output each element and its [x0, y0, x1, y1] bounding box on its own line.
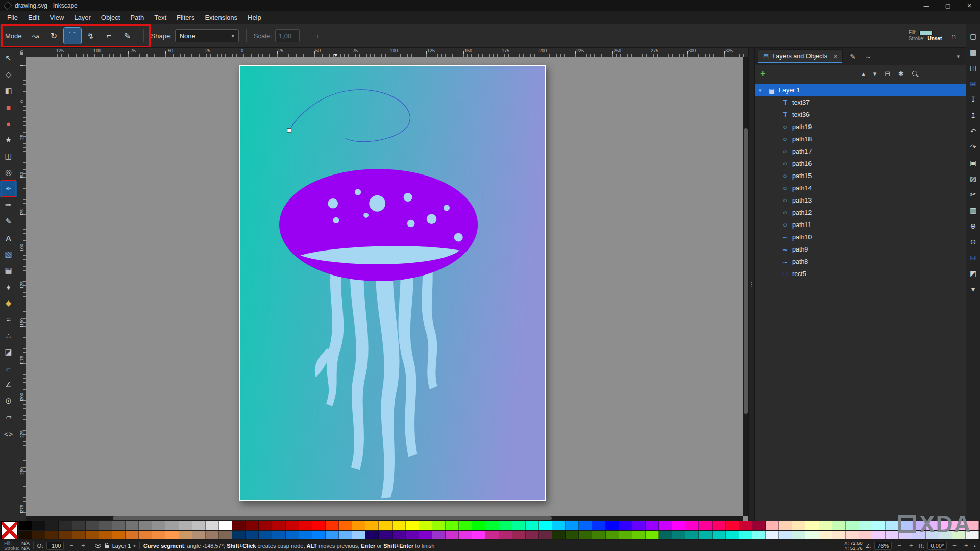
- palette-swatch[interactable]: [72, 521, 86, 530]
- palette-swatch[interactable]: [393, 531, 406, 539]
- mode-pencil-button[interactable]: ✎: [119, 28, 136, 44]
- tool-3d-box[interactable]: ◫: [0, 148, 17, 164]
- palette-swatch[interactable]: [846, 521, 859, 530]
- layer-row-path8[interactable]: ∼ path8: [755, 256, 966, 268]
- palette-swatch[interactable]: [272, 521, 285, 530]
- tool-measure[interactable]: ∠: [0, 377, 17, 393]
- palette-swatch[interactable]: [552, 521, 566, 530]
- palette-swatch[interactable]: [779, 521, 792, 530]
- rotation-decrease-button[interactable]: −: [950, 541, 959, 550]
- layer-row-path19[interactable]: ○ path19: [755, 121, 966, 133]
- layer-settings-button[interactable]: ✱: [898, 70, 904, 78]
- palette-swatch[interactable]: [32, 521, 45, 530]
- palette-swatch[interactable]: [739, 521, 752, 530]
- palette-swatch[interactable]: [713, 531, 726, 539]
- layer-row-text37[interactable]: T text37: [755, 96, 966, 109]
- palette-swatch[interactable]: [579, 531, 592, 539]
- palette-swatch[interactable]: [126, 521, 139, 530]
- palette-swatch[interactable]: [552, 531, 566, 539]
- layer-row-rect5[interactable]: □ rect5: [755, 268, 966, 280]
- palette-swatch[interactable]: [819, 521, 832, 530]
- save-document-icon[interactable]: ◫: [967, 61, 979, 74]
- palette-swatch[interactable]: [192, 531, 206, 539]
- rotation-increase-button[interactable]: +: [962, 541, 970, 550]
- tool-pen-bezier[interactable]: ✒: [0, 181, 17, 197]
- tool-connector[interactable]: ⌐: [0, 360, 17, 377]
- tool-star[interactable]: ★: [0, 132, 17, 148]
- horizontal-ruler[interactable]: -125-100-75-50-2502550751001251501752002…: [26, 48, 748, 57]
- menu-item[interactable]: Text: [149, 12, 172, 23]
- tool-pages[interactable]: ▱: [0, 409, 17, 425]
- palette-swatch[interactable]: [805, 531, 819, 539]
- menu-item[interactable]: Extensions: [200, 12, 242, 23]
- menu-item[interactable]: Help: [242, 12, 266, 23]
- canvas[interactable]: [26, 57, 748, 521]
- scale-decrease-button[interactable]: −: [303, 31, 311, 41]
- palette-swatch[interactable]: [805, 521, 819, 530]
- palette-swatch[interactable]: [45, 531, 59, 539]
- palette-swatch[interactable]: [766, 531, 779, 539]
- layer-row-path14[interactable]: ○ path14: [755, 182, 966, 194]
- palette-swatch[interactable]: [752, 531, 766, 539]
- palette-swatch[interactable]: [312, 531, 326, 539]
- delete-layer-button[interactable]: ⊟: [885, 70, 890, 78]
- palette-swatch[interactable]: [819, 531, 832, 539]
- palette-swatch[interactable]: [685, 521, 699, 530]
- palette-swatch[interactable]: [526, 521, 539, 530]
- palette-swatch[interactable]: [246, 531, 259, 539]
- new-document-icon[interactable]: ▢: [967, 29, 979, 43]
- tool-pencil[interactable]: ✏: [0, 197, 17, 213]
- rotation-input[interactable]: 0,00°: [927, 542, 947, 550]
- tool-spray[interactable]: ∴: [0, 328, 17, 344]
- open-document-icon[interactable]: ▤: [967, 45, 979, 59]
- tool-ellipse[interactable]: ●: [0, 115, 17, 132]
- vertical-ruler[interactable]: 0255075100125150175200225250275: [17, 57, 26, 521]
- cut-icon[interactable]: ✂: [967, 187, 979, 201]
- layer-row-path15[interactable]: ○ path15: [755, 170, 966, 182]
- horizontal-scrollbar[interactable]: [26, 516, 743, 521]
- palette-swatch[interactable]: [152, 521, 165, 530]
- curve-node-handle[interactable]: [287, 128, 291, 132]
- palette-swatch[interactable]: [526, 531, 539, 539]
- palette-swatch[interactable]: [259, 521, 272, 530]
- palette-swatch[interactable]: [579, 521, 592, 530]
- tool-calligraphy[interactable]: ✎: [0, 213, 17, 230]
- palette-swatch[interactable]: [632, 531, 646, 539]
- palette-swatch[interactable]: [19, 521, 32, 530]
- layer-lock-icon[interactable]: [105, 545, 109, 548]
- palette-swatch[interactable]: [566, 531, 579, 539]
- palette-swatch[interactable]: [365, 531, 379, 539]
- minimize-button[interactable]: —: [916, 0, 937, 11]
- node-dialog-tab-icon[interactable]: ∼: [863, 53, 873, 61]
- palette-swatch[interactable]: [32, 531, 45, 539]
- menu-item[interactable]: File: [2, 12, 23, 23]
- paste-icon[interactable]: ▨: [967, 171, 979, 185]
- palette-swatch[interactable]: [59, 521, 72, 530]
- palette-swatch[interactable]: [832, 531, 846, 539]
- palette-swatch[interactable]: [606, 531, 619, 539]
- palette-swatch[interactable]: [393, 521, 406, 530]
- palette-swatch[interactable]: [286, 521, 299, 530]
- palette-swatch[interactable]: [165, 531, 179, 539]
- zoom-input[interactable]: 76%: [874, 542, 892, 550]
- palette-swatch[interactable]: [165, 521, 179, 530]
- palette-swatch[interactable]: [832, 521, 846, 530]
- tool-selector[interactable]: ↖: [0, 50, 17, 66]
- palette-swatch[interactable]: [632, 521, 646, 530]
- palette-swatch[interactable]: [432, 531, 446, 539]
- more-commands-icon[interactable]: ▾: [967, 282, 979, 296]
- palette-swatch[interactable]: [485, 521, 499, 530]
- palette-swatch[interactable]: [272, 531, 285, 539]
- palette-swatch[interactable]: [86, 521, 99, 530]
- palette-swatch[interactable]: [672, 531, 685, 539]
- palette-swatch[interactable]: [299, 521, 312, 530]
- layer-row-path12[interactable]: ○ path12: [755, 207, 966, 219]
- palette-swatch[interactable]: [872, 521, 886, 530]
- fill-stroke-tab-icon[interactable]: ✎: [848, 53, 858, 61]
- snapping-toggle-icon[interactable]: ∩: [951, 32, 957, 40]
- palette-swatch[interactable]: [312, 521, 326, 530]
- layer-row-path9[interactable]: ∼ path9: [755, 243, 966, 256]
- palette-swatch[interactable]: [352, 531, 365, 539]
- style-indicator[interactable]: Fill: Stroke: Unset: [909, 30, 942, 42]
- palette-swatch[interactable]: [779, 531, 792, 539]
